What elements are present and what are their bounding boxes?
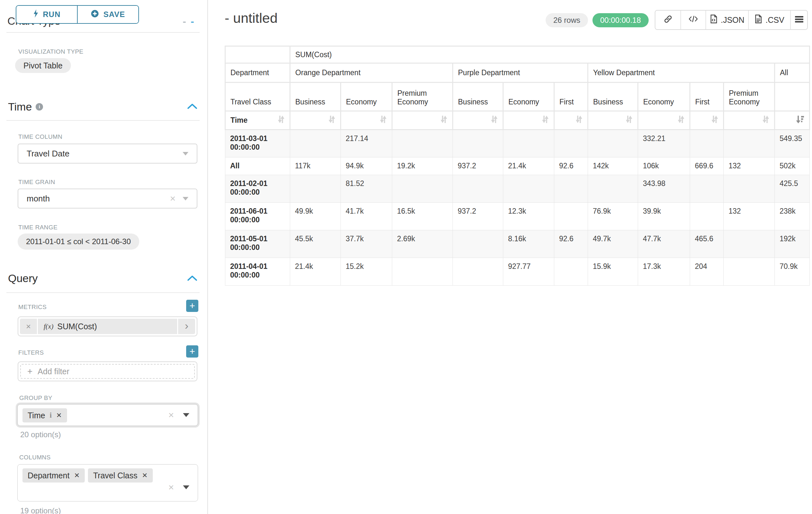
sort-updown-icon[interactable] bbox=[380, 115, 387, 126]
pivot-cell: 343.98 bbox=[638, 175, 690, 203]
export-csv-button[interactable]: .CSV bbox=[748, 10, 790, 29]
pivot-cell bbox=[503, 175, 554, 203]
time-range-pill[interactable]: 2011-01-01 ≤ col < 2011-06-30 bbox=[18, 234, 139, 250]
pivot-cell: 106k bbox=[638, 157, 690, 175]
columns-select[interactable]: Department✕Travel Class✕ × bbox=[17, 464, 198, 502]
explore-page: Chart Type RUN SAVE VISUALIZATION TYPE P… bbox=[0, 0, 812, 514]
pivot-metric-header: SUM(Cost) bbox=[290, 46, 810, 63]
menu-icon bbox=[795, 16, 803, 25]
sort-updown-icon[interactable] bbox=[278, 115, 285, 126]
table-row: 2011-05-01 00:00:0045.5k37.7k2.69k8.16k9… bbox=[225, 230, 810, 258]
pivot-cell: 16.5k bbox=[392, 203, 453, 230]
remove-tag-icon[interactable]: ✕ bbox=[74, 471, 80, 479]
time-column-select[interactable]: Travel Date bbox=[18, 143, 197, 164]
fx-icon: f(x) bbox=[44, 322, 54, 330]
add-filter-plus-button[interactable]: + bbox=[186, 345, 198, 357]
clear-icon[interactable]: × bbox=[168, 410, 174, 420]
sort-updown-icon[interactable] bbox=[542, 115, 549, 126]
view-query-button[interactable] bbox=[680, 10, 705, 29]
group-by-tag-time[interactable]: Time i ✕ bbox=[23, 408, 67, 423]
pivot-cell bbox=[453, 230, 503, 258]
caret-down-icon bbox=[183, 152, 188, 156]
pivot-sort-time[interactable]: Time bbox=[225, 111, 290, 130]
export-json-button[interactable]: .JSON bbox=[705, 10, 748, 29]
clipped-chevron-icon bbox=[191, 22, 194, 23]
sort-updown-icon[interactable] bbox=[440, 115, 447, 126]
group-by-select[interactable]: Time i ✕ × bbox=[17, 404, 198, 426]
pivot-cell: 21.4k bbox=[290, 258, 341, 286]
pivot-sort-col[interactable] bbox=[341, 111, 392, 130]
sort-updown-icon[interactable] bbox=[711, 115, 718, 126]
sort-updown-icon[interactable] bbox=[491, 115, 498, 126]
visualization-type-pill[interactable]: Pivot Table bbox=[15, 58, 71, 73]
sort-updown-icon[interactable] bbox=[576, 115, 582, 126]
clear-icon[interactable]: × bbox=[168, 483, 174, 492]
run-save-button-group: RUN SAVE bbox=[16, 5, 139, 24]
pivot-col-header: Economy bbox=[503, 83, 554, 111]
pivot-col-header: First bbox=[690, 83, 724, 111]
pivot-cell: 39.9k bbox=[638, 203, 690, 230]
pivot-cell: 49.9k bbox=[290, 203, 341, 230]
pivot-sort-col[interactable] bbox=[453, 111, 503, 130]
columns-tag[interactable]: Department✕ bbox=[23, 468, 85, 483]
save-button[interactable]: SAVE bbox=[77, 6, 138, 23]
columns-tag[interactable]: Travel Class✕ bbox=[88, 468, 153, 483]
pivot-sort-col[interactable] bbox=[554, 111, 588, 130]
pivot-group-header: Orange Department bbox=[290, 63, 453, 83]
add-filter-button[interactable]: + Add filter bbox=[20, 364, 195, 379]
sort-updown-icon[interactable] bbox=[626, 115, 633, 126]
add-metric-button[interactable]: + bbox=[186, 300, 198, 312]
sort-descending-icon[interactable] bbox=[796, 115, 804, 126]
pivot-cell: 37.7k bbox=[341, 230, 392, 258]
metrics-label: METRICS bbox=[18, 304, 47, 310]
metric-pill[interactable]: × f(x) SUM(Cost) › bbox=[20, 319, 195, 334]
time-collapse-chevron-icon[interactable] bbox=[187, 104, 197, 110]
remove-tag-icon[interactable]: ✕ bbox=[56, 411, 62, 419]
clipped-dot-icon bbox=[183, 22, 186, 23]
pivot-cell: 21.4k bbox=[503, 157, 554, 175]
query-collapse-chevron-icon[interactable] bbox=[187, 275, 197, 282]
filters-box: + Add filter bbox=[18, 361, 197, 381]
run-button[interactable]: RUN bbox=[17, 6, 77, 23]
pivot-table-container: SUM(Cost)DepartmentOrange DepartmentPurp… bbox=[225, 46, 810, 286]
pivot-cell: 238k bbox=[775, 203, 810, 230]
pivot-cell: 15.2k bbox=[341, 258, 392, 286]
caret-down-icon[interactable] bbox=[183, 413, 190, 417]
pivot-cell bbox=[392, 130, 453, 157]
pivot-cell: 192k bbox=[775, 230, 810, 258]
chart-title[interactable]: - untitled bbox=[225, 10, 278, 26]
caret-down-icon[interactable] bbox=[183, 485, 190, 489]
pivot-cell: 927.77 bbox=[503, 258, 554, 286]
pivot-col-header: Premium Economy bbox=[392, 83, 453, 111]
pivot-sort-col[interactable] bbox=[503, 111, 554, 130]
panel-divider[interactable] bbox=[207, 0, 208, 514]
pivot-sort-col[interactable] bbox=[638, 111, 690, 130]
pivot-group-header: All bbox=[775, 63, 810, 83]
sort-updown-icon[interactable] bbox=[328, 115, 336, 126]
pivot-cell: 142k bbox=[588, 157, 638, 175]
pivot-travel-class-corner: Travel Class bbox=[225, 83, 290, 111]
pivot-cell: 17.3k bbox=[638, 258, 690, 286]
pivot-sort-col[interactable] bbox=[690, 111, 724, 130]
pivot-sort-col[interactable] bbox=[290, 111, 341, 130]
time-grain-select[interactable]: month × bbox=[18, 189, 197, 209]
pivot-cell bbox=[503, 130, 554, 157]
clear-icon[interactable]: × bbox=[170, 194, 176, 204]
copy-link-button[interactable] bbox=[656, 10, 680, 29]
pivot-row-header: 2011-05-01 00:00:00 bbox=[225, 230, 290, 258]
table-row: 2011-03-01 00:00:00217.14332.21549.35 bbox=[225, 130, 810, 157]
pivot-sort-col[interactable] bbox=[775, 111, 810, 130]
columns-label: COLUMNS bbox=[19, 454, 51, 461]
remove-tag-icon[interactable]: ✕ bbox=[142, 471, 148, 479]
pivot-sort-col[interactable] bbox=[588, 111, 638, 130]
remove-metric-icon[interactable]: × bbox=[20, 319, 38, 334]
pivot-col-header: Business bbox=[588, 83, 638, 111]
pivot-sort-col[interactable] bbox=[724, 111, 775, 130]
pivot-sort-col[interactable] bbox=[392, 111, 453, 130]
metric-expand-icon[interactable]: › bbox=[177, 319, 195, 334]
pivot-cell: 47.7k bbox=[638, 230, 690, 258]
more-options-button[interactable] bbox=[790, 10, 807, 29]
sort-updown-icon[interactable] bbox=[677, 115, 685, 126]
sort-updown-icon[interactable] bbox=[762, 115, 769, 126]
link-icon bbox=[664, 15, 672, 25]
